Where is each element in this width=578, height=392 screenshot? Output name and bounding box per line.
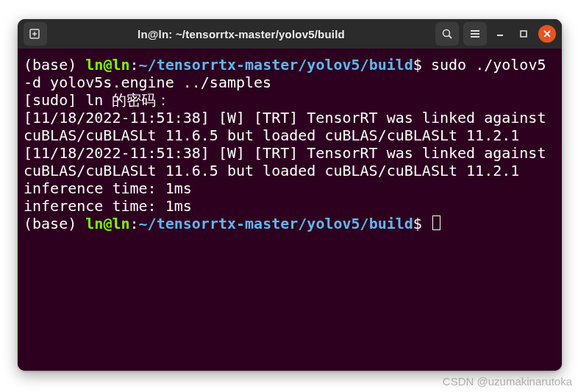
output-line: [sudo] ln 的密码： [24, 91, 556, 109]
conda-env: (base) [24, 56, 76, 74]
prompt-line-2: (base) ln@ln:~/tensorrtx-master/yolov5/b… [24, 215, 556, 232]
output-line: inference time: 1ms [24, 197, 556, 215]
user-host: ln@ln [85, 56, 129, 74]
terminal-window: ln@ln: ~/tensorrtx-master/yolov5/build (… [18, 19, 562, 371]
new-tab-button[interactable] [24, 22, 47, 46]
output-line: [11/18/2022-11:51:38] [W] [TRT] TensorRT… [24, 109, 556, 144]
svg-line-4 [449, 36, 452, 39]
close-button[interactable] [538, 25, 556, 43]
maximize-button[interactable] [515, 25, 532, 43]
new-tab-icon [29, 27, 42, 40]
window-controls [491, 25, 556, 43]
terminal-body[interactable]: (base) ln@ln:~/tensorrtx-master/yolov5/b… [18, 49, 562, 371]
cwd-path: ~/tensorrtx-master/yolov5/build [139, 56, 413, 74]
svg-point-3 [443, 30, 450, 37]
minimize-icon [495, 29, 505, 39]
window-title: ln@ln: ~/tensorrtx-master/yolov5/build [51, 28, 431, 40]
terminal-cursor [432, 215, 440, 230]
output-line: [11/18/2022-11:51:38] [W] [TRT] TensorRT… [24, 144, 556, 179]
search-button[interactable] [435, 22, 459, 46]
search-icon [441, 28, 453, 40]
titlebar: ln@ln: ~/tensorrtx-master/yolov5/build [18, 19, 562, 49]
prompt-line-1: (base) ln@ln:~/tensorrtx-master/yolov5/b… [24, 56, 556, 91]
watermark-text: CSDN @uzumakinarutoka [443, 375, 572, 388]
maximize-icon [518, 29, 529, 39]
close-icon [543, 29, 552, 38]
hamburger-menu-icon [469, 28, 481, 40]
svg-rect-9 [521, 31, 527, 37]
output-line: inference time: 1ms [24, 179, 556, 197]
menu-button[interactable] [463, 22, 487, 46]
minimize-button[interactable] [491, 25, 509, 43]
